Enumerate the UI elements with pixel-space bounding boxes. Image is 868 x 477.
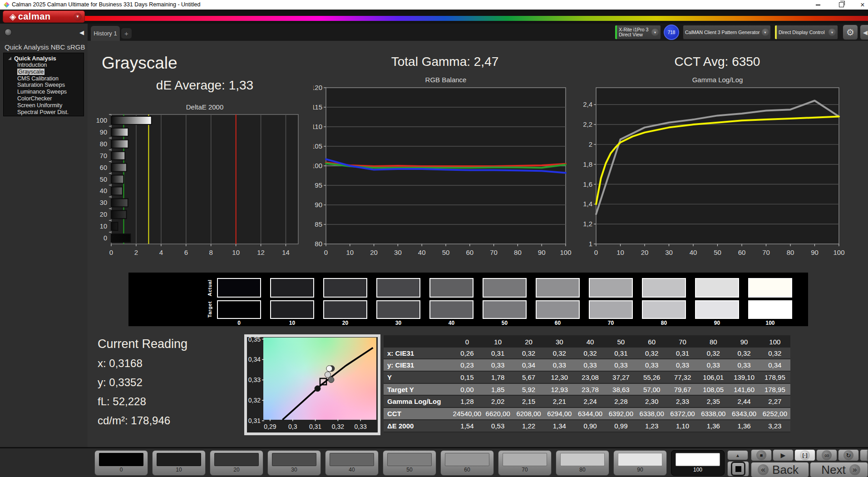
table-cell: 0,53	[483, 420, 513, 432]
minimize-button[interactable]	[808, 0, 828, 10]
pattern-window-button[interactable]	[727, 461, 749, 477]
svg-text:100: 100	[313, 162, 322, 169]
table-header-50: 50	[606, 335, 636, 349]
table-cell: 37,27	[606, 372, 636, 384]
table-cell: 6620,00	[483, 408, 513, 420]
pattern-level-button-10[interactable]: 10	[152, 450, 206, 476]
svg-text:1,8: 1,8	[583, 160, 592, 168]
sidebar-item-luminance-sweeps[interactable]: Luminance Sweeps	[4, 89, 84, 95]
sidebar-item-screen-uniformity[interactable]: Screen Uniformity	[4, 102, 84, 109]
extra-transport-button[interactable]	[860, 449, 868, 461]
table-cell: 6338,00	[636, 408, 667, 420]
strip-level-label: 20	[323, 320, 367, 326]
pattern-level-button-30[interactable]: 30	[267, 450, 321, 476]
pattern-level-button-20[interactable]: 20	[210, 450, 263, 476]
table-cell: 23,78	[575, 384, 606, 396]
settings-button[interactable]: ⚙	[843, 25, 858, 40]
table-cell: 178,95	[760, 384, 790, 396]
pattern-level-button-0[interactable]: 0	[94, 450, 148, 476]
pattern-level-label: 0	[95, 467, 148, 473]
meter-device-selector[interactable]: X-Rite i1Pro 3 Direct View ▼	[615, 25, 661, 40]
pattern-level-button-100[interactable]: 100	[671, 450, 725, 476]
table-header-80: 80	[698, 335, 729, 349]
pattern-panel-up-button[interactable]: ▲	[727, 450, 748, 460]
target-swatch-70	[589, 300, 633, 319]
single-measure-button[interactable]: [·]	[794, 449, 815, 461]
target-swatch-90	[695, 300, 739, 319]
pattern-generator-selector[interactable]: CalMAN Client 3 Pattern Generator ▼	[683, 25, 771, 40]
table-cell: 0,32	[544, 348, 575, 360]
chevron-down-icon: ▼	[831, 31, 834, 34]
stop-icon: ■	[760, 452, 763, 458]
target-swatch-60	[536, 300, 580, 319]
restore-button[interactable]	[831, 0, 851, 10]
rgb-balance-chart: RGB Balance80859095100105110115120010203…	[313, 75, 577, 261]
back-button[interactable]: « Back	[751, 462, 809, 477]
pattern-level-button-60[interactable]: 60	[440, 450, 494, 476]
pattern-level-button-90[interactable]: 90	[613, 450, 667, 476]
sidebar-item-spectral-power-dist-[interactable]: Spectral Power Dist.	[4, 109, 84, 116]
pattern-level-button-80[interactable]: 80	[556, 450, 609, 476]
svg-text:70: 70	[490, 248, 498, 256]
sidebar-item-label: CMS Calibration	[17, 75, 59, 82]
table-cell: 2,35	[698, 396, 729, 408]
meter-dropdown[interactable]: ▼	[829, 29, 836, 36]
pattern-level-button-70[interactable]: 70	[498, 450, 552, 476]
table-header-30: 30	[544, 335, 575, 349]
table-cell: 0,32	[636, 348, 667, 360]
close-button[interactable]: ×	[853, 0, 868, 10]
plus-icon: +	[124, 30, 128, 37]
panel-collapse-button[interactable]: ◀	[860, 25, 868, 40]
target-swatch-0	[217, 300, 261, 319]
sidebar-item-cms-calibration[interactable]: CMS Calibration	[4, 75, 84, 82]
calman-menu-dropdown[interactable]: ▼	[74, 13, 82, 21]
sidebar-item-colorchecker[interactable]: ColorChecker	[4, 95, 84, 102]
workflow-dot-button[interactable]	[5, 29, 12, 36]
cie-chart-panel: 0,350,340,330,320,310,290,30,310,320,33	[244, 334, 380, 435]
actual-swatch-100	[748, 278, 792, 298]
sidebar-item-introduction[interactable]: Introduction	[4, 62, 84, 69]
play-button[interactable]: ▶	[773, 449, 794, 461]
continuous-measure-button[interactable]: ∞	[816, 449, 837, 461]
tab-history-1[interactable]: History 1	[91, 26, 120, 41]
strip-level-label: 80	[642, 320, 686, 326]
circle-icon	[867, 450, 868, 460]
table-cell: 1,28	[452, 396, 483, 408]
refresh-button[interactable]: ↻	[838, 449, 859, 461]
meter-dropdown[interactable]: ▼	[762, 29, 769, 36]
sidebar-item-label: ColorChecker	[17, 95, 52, 102]
table-cell: 1,78	[483, 372, 513, 384]
stop-button[interactable]: ■	[751, 449, 772, 461]
sidebar-item-grayscale[interactable]: Grayscale	[4, 69, 84, 75]
svg-text:1,6: 1,6	[583, 180, 592, 188]
strip-row-label-actual: Actual	[207, 278, 213, 298]
svg-text:8: 8	[209, 248, 213, 256]
pattern-level-button-40[interactable]: 40	[325, 450, 379, 476]
pattern-level-label: 10	[153, 467, 205, 473]
svg-text:80: 80	[315, 240, 322, 248]
cie-chart-overlay: 0,350,340,330,320,310,290,30,310,320,33	[247, 337, 378, 432]
svg-text:1,4: 1,4	[583, 200, 592, 208]
pattern-level-swatch	[330, 453, 374, 466]
pattern-level-button-50[interactable]: 50	[383, 450, 436, 476]
svg-text:90: 90	[315, 201, 322, 209]
table-cell: 38,63	[606, 384, 636, 396]
svg-text:20: 20	[370, 248, 378, 256]
svg-text:80: 80	[100, 140, 107, 148]
table-cell: 1,10	[667, 420, 698, 432]
sidebar-collapse-button[interactable]: ◀	[79, 29, 84, 36]
pattern-level-swatch	[99, 453, 143, 466]
table-cell: 0,33	[483, 359, 513, 372]
display-control-selector[interactable]: Direct Display Control ▼	[774, 25, 838, 40]
sidebar-item-saturation-sweeps[interactable]: Saturation Sweeps	[4, 82, 84, 89]
strip-level-label: 60	[536, 320, 580, 326]
add-tab-button[interactable]: +	[121, 28, 132, 39]
pattern-level-label: 50	[383, 467, 436, 473]
exposure-badge[interactable]: 718	[664, 25, 679, 40]
meter-dropdown[interactable]: ▼	[651, 29, 659, 36]
tree-root-quick-analysis[interactable]: Quick Analysis	[4, 55, 84, 62]
table-cell: 0,32	[698, 348, 729, 360]
svg-text:80: 80	[787, 248, 794, 256]
next-button[interactable]: Next »	[810, 462, 868, 477]
calman-menu-button[interactable]: ◈ calman ▼	[3, 10, 85, 23]
